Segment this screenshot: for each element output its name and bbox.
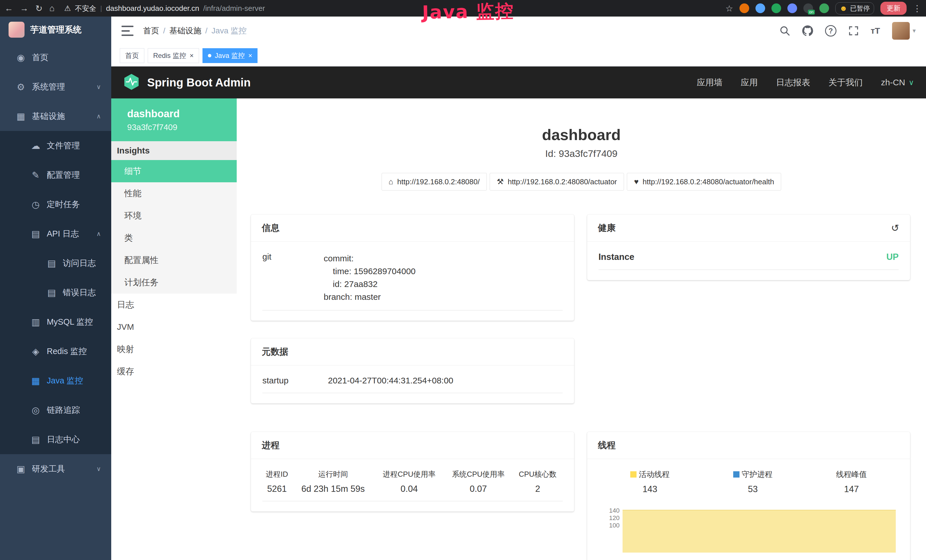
- sidebar-item-java-monitor[interactable]: ▦ Java 监控: [0, 366, 111, 395]
- process-col-header: CPU核心数: [513, 469, 562, 484]
- paused-label: 已暂停: [850, 4, 870, 13]
- sidebar-item-system-management[interactable]: ⚙ 系统管理 ∨: [0, 72, 111, 101]
- security-warning-icon[interactable]: ⚠: [64, 4, 71, 13]
- sba-menu-jvm[interactable]: JVM: [111, 316, 237, 338]
- app-sidebar: 芋道管理系统 ◉ 首页 ⚙ 系统管理 ∨ ▦ 基础设施 ∧ ☁: [0, 17, 111, 560]
- actuator-url-link[interactable]: ⚒ http://192.168.0.2:48080/actuator: [490, 173, 624, 191]
- help-icon[interactable]: ?: [825, 25, 837, 36]
- browser-home-icon[interactable]: ⌂: [49, 3, 54, 13]
- sidebar-item-dev-tools[interactable]: ▣ 研发工具 ∨: [0, 454, 111, 484]
- language-selector[interactable]: zh-CN ∨: [881, 77, 914, 87]
- tab-redis-monitor[interactable]: Redis 监控 ×: [148, 48, 199, 63]
- sidebar-item-infrastructure[interactable]: ▦ 基础设施 ∧: [0, 101, 111, 131]
- sidebar-item-file-management[interactable]: ☁ 文件管理: [0, 131, 111, 160]
- font-size-icon[interactable]: тT: [871, 26, 880, 36]
- metadata-card: 元数据 startup 2021-04-27T00:44:31.254+08:0…: [251, 338, 574, 403]
- sba-nav-applications[interactable]: 应用: [741, 77, 758, 88]
- sidebar-item-config-management[interactable]: ✎ 配置管理: [0, 160, 111, 190]
- sba-nav-journal[interactable]: 日志报表: [776, 77, 810, 88]
- address-bar[interactable]: ⚠ 不安全 | dashboard.yudao.iocoder.cn/infra…: [64, 4, 719, 13]
- sidebar-item-label: Java 监控: [47, 375, 83, 387]
- sba-main: dashboard Id: 93a3fc7f7409 ⌂ http://192.…: [237, 98, 926, 560]
- sidebar-item-trace[interactable]: ◎ 链路追踪: [0, 395, 111, 425]
- breadcrumb-item[interactable]: 基础设施: [169, 26, 201, 36]
- github-icon[interactable]: [802, 26, 813, 36]
- close-icon[interactable]: ×: [248, 52, 252, 59]
- dark-extension-icon[interactable]: on: [803, 3, 813, 13]
- sba-menu-config-props[interactable]: 配置属性: [111, 249, 237, 271]
- url-domain[interactable]: dashboard.yudao.iocoder.cn: [106, 4, 199, 13]
- service-url-label: http://192.168.0.2:48080/: [397, 177, 480, 186]
- fullscreen-icon[interactable]: [849, 26, 859, 36]
- process-value: 5261: [262, 484, 292, 501]
- chevron-down-icon: ∨: [96, 83, 101, 91]
- infrastructure-icon: ▦: [15, 111, 27, 122]
- instance-header[interactable]: dashboard 93a3fc7f7409: [111, 98, 237, 141]
- sidebar-item-scheduled-tasks[interactable]: ◷ 定时任务: [0, 190, 111, 219]
- sba-brand-title[interactable]: Spring Boot Admin: [147, 76, 251, 89]
- sba-menu-mappings[interactable]: 映射: [111, 338, 237, 360]
- leaf-extension-icon[interactable]: [819, 3, 829, 13]
- sba-menu-scheduled-tasks[interactable]: 计划任务: [111, 271, 237, 294]
- sidebar-item-access-logs[interactable]: ▤ 访问日志: [0, 248, 111, 278]
- home-icon: ⌂: [389, 177, 393, 186]
- spring-boot-admin-logo-icon[interactable]: [123, 73, 140, 92]
- health-url-link[interactable]: ♥ http://192.168.0.2:48080/actuator/heal…: [627, 173, 781, 191]
- browser-reload-icon[interactable]: ↻: [35, 3, 42, 14]
- sidebar-item-home[interactable]: ◉ 首页: [0, 43, 111, 72]
- browser-forward-icon[interactable]: →: [20, 3, 29, 13]
- sba-menu-classes[interactable]: 类: [111, 227, 237, 249]
- sidebar-item-label: 访问日志: [63, 257, 96, 269]
- health-card-title: 健康: [598, 222, 616, 234]
- browser-menu-icon[interactable]: ⋮: [913, 3, 921, 14]
- chevron-down-icon: ∨: [96, 465, 101, 473]
- legend-label: 活动线程: [639, 469, 670, 480]
- paused-badge[interactable]: ☻ 已暂停: [835, 2, 874, 15]
- threads-chart: 140 120 100: [599, 507, 899, 552]
- y-tick: 140: [609, 507, 620, 515]
- chevron-up-icon: ∧: [96, 113, 101, 120]
- sidebar-item-label: API 日志: [47, 228, 79, 240]
- history-icon[interactable]: ↺: [891, 222, 899, 234]
- tab-home[interactable]: 首页: [120, 48, 144, 63]
- hamburger-icon[interactable]: [121, 26, 133, 36]
- service-url-link[interactable]: ⌂ http://192.168.0.2:48080/: [381, 173, 487, 191]
- sba-menu-metrics[interactable]: 性能: [111, 182, 237, 204]
- sba-menu-details[interactable]: 细节: [111, 160, 237, 182]
- sba-nav-about[interactable]: 关于我们: [828, 77, 863, 88]
- sidebar-item-api-logs[interactable]: ▤ API 日志 ∧: [0, 219, 111, 248]
- sidebar-item-mysql-monitor[interactable]: ▥ MySQL 监控: [0, 307, 111, 337]
- process-card: 进程 进程ID 运行时间 进程CPU使用率 系统CPU使用率 CPU: [251, 432, 574, 512]
- legend-value: 143: [630, 484, 670, 494]
- sidebar-item-redis-monitor[interactable]: ◈ Redis 监控: [0, 337, 111, 366]
- url-path[interactable]: /infra/admin-server: [203, 4, 265, 13]
- sba-menu-environment[interactable]: 环境: [111, 204, 237, 227]
- orange-extension-icon[interactable]: [740, 3, 749, 13]
- bookmark-star-icon[interactable]: ☆: [726, 3, 733, 14]
- sba-menu-caches[interactable]: 缓存: [111, 360, 237, 383]
- health-row[interactable]: Instance UP: [599, 252, 899, 270]
- search-icon[interactable]: [779, 26, 790, 36]
- sba-nav-wallboard[interactable]: 应用墙: [697, 77, 722, 88]
- sidebar-item-log-center[interactable]: ▤ 日志中心: [0, 425, 111, 454]
- sidebar-item-error-logs[interactable]: ▤ 错误日志: [0, 278, 111, 307]
- drop-extension-icon[interactable]: [755, 3, 765, 13]
- tab-label: Redis 监控: [153, 51, 186, 60]
- live-threads-area: [623, 510, 896, 552]
- sba-menu-logs[interactable]: 日志: [111, 294, 237, 316]
- green-extension-icon[interactable]: [772, 3, 781, 13]
- browser-back-icon[interactable]: ←: [5, 3, 13, 13]
- security-warning-label[interactable]: 不安全: [75, 4, 96, 13]
- process-table: 进程ID 运行时间 进程CPU使用率 系统CPU使用率 CPU核心数 5261 …: [262, 469, 563, 501]
- chrome-update-button[interactable]: 更新: [881, 2, 906, 15]
- close-icon[interactable]: ×: [190, 52, 194, 59]
- page-header: 首页 / 基础设施 / Java 监控 ?: [111, 17, 926, 45]
- tab-label: Java 监控: [215, 51, 245, 60]
- sidebar-item-label: 基础设施: [32, 111, 65, 122]
- chevron-down-icon: ∨: [909, 78, 914, 87]
- breadcrumb-item[interactable]: 首页: [143, 26, 159, 36]
- grid-extension-icon[interactable]: [787, 3, 797, 13]
- user-menu[interactable]: ▾: [892, 22, 916, 40]
- app-logo-bar[interactable]: 芋道管理系统: [0, 17, 111, 43]
- tab-java-monitor[interactable]: Java 监控 ×: [203, 48, 257, 63]
